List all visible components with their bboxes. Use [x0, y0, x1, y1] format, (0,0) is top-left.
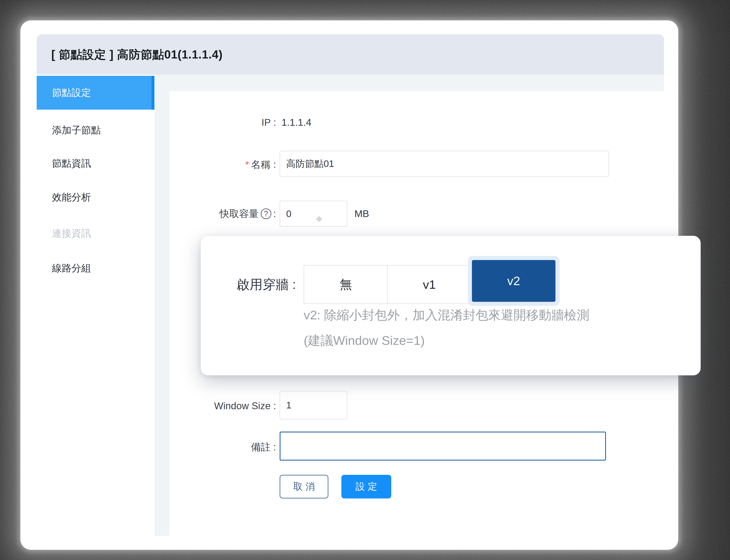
cache-capacity-input[interactable]: [280, 201, 347, 227]
remark-textarea[interactable]: [280, 432, 606, 461]
tunneling-description-line1: v2: 除縮小封包外，加入混淆封包來避開移動牆檢測: [304, 308, 589, 322]
window-size-label: Window Size :: [182, 399, 276, 413]
sidebar-item-label: 線路分組: [52, 262, 91, 275]
page-background: [ 節點設定 ] 高防節點01(1.1.1.4) 節點設定 添加子節點 節點資訊…: [0, 0, 730, 560]
question-circle-icon[interactable]: ?: [261, 208, 271, 219]
cancel-button[interactable]: 取消: [280, 475, 328, 498]
sidebar-item-label: 效能分析: [52, 191, 91, 204]
sidebar-item-label: 連接資訊: [52, 227, 91, 240]
name-input[interactable]: [280, 151, 609, 177]
tunneling-option-none[interactable]: 無: [304, 265, 388, 304]
sidebar-item-node-settings[interactable]: 節點設定: [37, 76, 154, 110]
ip-label: IP :: [182, 116, 276, 129]
sidebar-item-performance-analysis[interactable]: 效能分析: [37, 180, 154, 214]
window-size-input[interactable]: [280, 391, 347, 419]
sidebar: 節點設定 添加子節點 節點資訊 效能分析 連接資訊 線路分組: [37, 75, 154, 536]
cache-capacity-unit: MB: [355, 207, 369, 221]
enable-tunneling-label: 啟用穿牆 :: [201, 276, 296, 293]
cache-capacity-label: 快取容量 ? :: [182, 207, 276, 221]
sidebar-item-add-child-node[interactable]: 添加子節點: [37, 113, 154, 147]
sidebar-item-connection-info: 連接資訊: [37, 216, 154, 250]
dialog-titlebar: [ 節點設定 ] 高防節點01(1.1.1.4): [37, 34, 664, 75]
tunneling-option-v1[interactable]: v1: [387, 265, 471, 304]
tunneling-option-v2-selected[interactable]: v2: [472, 260, 555, 302]
active-item-indicator: [152, 76, 154, 110]
tunneling-popup-card: 啟用穿牆 : 無 v1 v2 v2: 除縮小封包外，加入混淆封包來避開移動牆檢測…: [201, 236, 701, 375]
sidebar-item-label: 節點設定: [52, 86, 91, 99]
dialog-title: [ 節點設定 ] 高防節點01(1.1.1.4): [51, 34, 223, 75]
remark-label: 備註 :: [182, 440, 276, 454]
sidebar-item-node-info[interactable]: 節點資訊: [37, 147, 154, 180]
required-asterisk: *: [245, 159, 249, 170]
name-label: *名稱 :: [182, 158, 276, 172]
sidebar-item-label: 添加子節點: [52, 124, 101, 137]
tunneling-description-line2: (建議Window Size=1): [304, 333, 425, 348]
sidebar-item-line-grouping[interactable]: 線路分組: [37, 251, 154, 285]
ip-value: 1.1.1.4: [282, 116, 312, 129]
sidebar-item-label: 節點資訊: [52, 157, 91, 170]
submit-button[interactable]: 設定: [342, 475, 391, 498]
